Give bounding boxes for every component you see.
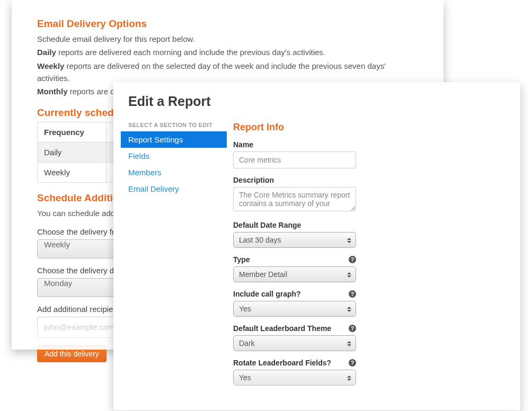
chevron-updown-icon bbox=[345, 337, 353, 350]
description-label: Description bbox=[233, 176, 356, 184]
section-title-email-delivery: Email Delivery Options bbox=[37, 18, 418, 30]
panel-title: Edit a Report bbox=[128, 94, 506, 109]
name-input[interactable] bbox=[233, 151, 356, 168]
chevron-updown-icon bbox=[345, 372, 353, 385]
type-select[interactable]: Member Detail bbox=[233, 266, 356, 282]
type-label: Type ? bbox=[233, 255, 356, 264]
chevron-updown-icon bbox=[345, 234, 353, 247]
rotate-select[interactable]: Yes bbox=[233, 370, 356, 386]
sidebar-item-members[interactable]: Members bbox=[121, 164, 227, 181]
daily-desc: Daily reports are delivered each morning… bbox=[37, 46, 418, 58]
help-icon[interactable]: ? bbox=[349, 290, 356, 298]
theme-select[interactable]: Dark bbox=[233, 335, 356, 351]
sidebar-item-email-delivery[interactable]: Email Delivery bbox=[121, 181, 227, 197]
rotate-label: Rotate Leaderboard Fields? ? bbox=[233, 359, 356, 367]
edit-report-panel: Edit a Report SELECT A SECTION TO EDIT R… bbox=[113, 82, 520, 410]
report-info-form: Report Info Name Description The Core Me… bbox=[233, 122, 382, 386]
chevron-updown-icon bbox=[345, 303, 353, 316]
date-range-select[interactable]: Last 30 days bbox=[233, 232, 356, 248]
theme-label: Default Leaderboard Theme ? bbox=[233, 324, 356, 333]
col-frequency: Frequency bbox=[38, 122, 107, 142]
form-heading: Report Info bbox=[233, 122, 382, 133]
intro-text: Schedule email delivery for this report … bbox=[37, 33, 418, 45]
weekly-desc: Weekly reports are delivered on the sele… bbox=[37, 60, 418, 85]
call-graph-label: Include call graph? ? bbox=[233, 290, 356, 298]
help-icon[interactable]: ? bbox=[349, 256, 356, 263]
date-range-label: Default Date Range bbox=[233, 221, 356, 229]
help-icon[interactable]: ? bbox=[349, 325, 356, 332]
section-sidebar: SELECT A SECTION TO EDIT Report Settings… bbox=[121, 122, 227, 386]
description-textarea[interactable]: The Core Metrics summary report contains… bbox=[233, 187, 356, 211]
sidebar-heading: SELECT A SECTION TO EDIT bbox=[121, 122, 227, 131]
call-graph-select[interactable]: Yes bbox=[233, 301, 356, 317]
name-label: Name bbox=[233, 140, 356, 149]
sidebar-item-fields[interactable]: Fields bbox=[121, 148, 227, 164]
chevron-updown-icon bbox=[345, 269, 353, 281]
sidebar-item-report-settings[interactable]: Report Settings bbox=[121, 131, 227, 148]
help-icon[interactable]: ? bbox=[349, 359, 356, 367]
add-delivery-button[interactable]: Add this delivery bbox=[37, 345, 107, 362]
